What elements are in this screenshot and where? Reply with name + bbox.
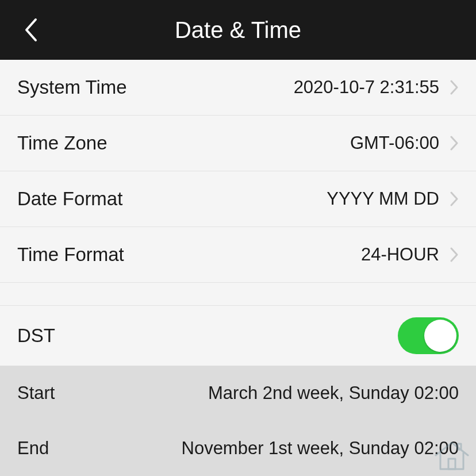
chevron-right-icon (450, 247, 459, 263)
svg-rect-0 (448, 459, 455, 469)
section-gap (0, 283, 476, 306)
row-dst-end[interactable]: End November 1st week, Sunday 02:00 (0, 421, 476, 476)
settings-list: System Time 2020-10-7 2:31:55 Time Zone … (0, 60, 476, 476)
header-bar: Date & Time (0, 0, 476, 60)
row-system-time[interactable]: System Time 2020-10-7 2:31:55 (0, 60, 476, 116)
chevron-left-icon (23, 17, 38, 43)
chevron-right-icon (450, 79, 459, 95)
row-value: November 1st week, Sunday 02:00 (49, 438, 459, 459)
row-value: GMT-06:00 (108, 133, 450, 153)
row-label: Date Format (17, 188, 122, 210)
row-label: Start (17, 383, 55, 404)
row-value: 2020-10-7 2:31:55 (127, 77, 450, 98)
house-watermark-icon (432, 438, 471, 475)
row-date-format[interactable]: Date Format YYYY MM DD (0, 171, 476, 227)
chevron-right-icon (450, 191, 459, 207)
row-dst: DST (0, 306, 476, 366)
row-time-zone[interactable]: Time Zone GMT-06:00 (0, 116, 476, 171)
row-label: Time Zone (17, 132, 108, 154)
dst-subsection: Start March 2nd week, Sunday 02:00 End N… (0, 366, 476, 476)
toggle-knob (424, 320, 456, 352)
row-label: System Time (17, 76, 127, 98)
page-title: Date & Time (0, 17, 476, 43)
row-time-format[interactable]: Time Format 24-HOUR (0, 227, 476, 283)
back-button[interactable] (23, 17, 38, 43)
row-value: YYYY MM DD (122, 189, 450, 209)
row-label: End (17, 438, 49, 459)
dst-toggle[interactable] (398, 317, 459, 354)
row-label: DST (17, 325, 398, 347)
chevron-right-icon (450, 135, 459, 151)
row-dst-start[interactable]: Start March 2nd week, Sunday 02:00 (0, 366, 476, 421)
row-value: March 2nd week, Sunday 02:00 (55, 383, 459, 404)
svg-rect-1 (458, 444, 461, 450)
row-label: Time Format (17, 244, 124, 266)
row-value: 24-HOUR (124, 244, 450, 265)
